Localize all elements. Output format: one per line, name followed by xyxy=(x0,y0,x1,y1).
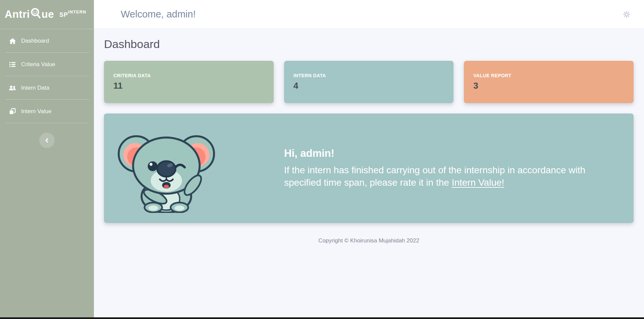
sidebar-item-intern-value[interactable]: Intern Value xyxy=(0,100,94,123)
stat-card-criteria-data: CRITERIA DATA 11 xyxy=(104,61,274,103)
app-window: Antri ue SP INTERN xyxy=(0,0,644,319)
brand-name: Antri ue xyxy=(5,7,54,22)
brand-logo[interactable]: Antri ue SP INTERN xyxy=(0,0,94,29)
home-icon xyxy=(9,37,16,45)
list-icon xyxy=(9,61,16,68)
sidebar-collapse-button[interactable] xyxy=(39,133,55,148)
sidebar-item-label: Dashboard xyxy=(21,38,49,44)
magnifier-smiley-icon xyxy=(31,7,41,22)
settings-button[interactable] xyxy=(621,9,632,20)
sidebar-item-intern-data[interactable]: Intern Data xyxy=(0,76,94,100)
sidebar-item-criteria-value[interactable]: Criteria Value xyxy=(0,53,94,76)
greeting-text-block: Hi, admin! If the intern has finished ca… xyxy=(284,147,623,189)
page-title: Dashboard xyxy=(104,38,634,51)
users-icon xyxy=(9,84,16,92)
welcome-text: Welcome, admin! xyxy=(121,9,196,20)
stat-card-value: 3 xyxy=(473,81,634,91)
brand-subtitle: SP INTERN xyxy=(59,11,86,18)
greeting-message-text: If the intern has finished carrying out … xyxy=(284,165,585,188)
stat-cards: CRITERIA DATA 11 INTERN DATA 4 VALUE REP… xyxy=(104,61,634,103)
stat-card-intern-data: INTERN DATA 4 xyxy=(284,61,454,103)
sidebar: Antri ue SP INTERN xyxy=(0,0,94,319)
sidebar-item-label: Intern Value xyxy=(21,108,51,115)
window-bottom-edge xyxy=(0,317,644,319)
gear-icon xyxy=(623,10,631,18)
greeting-panel: Hi, admin! If the intern has finished ca… xyxy=(104,113,634,223)
page-content: Dashboard CRITERIA DATA 11 INTERN DATA 4… xyxy=(94,29,644,319)
greeting-message: If the intern has finished carrying out … xyxy=(284,164,623,189)
stat-card-value: 11 xyxy=(113,81,274,91)
sidebar-nav: Dashboard Criteria Value xyxy=(0,29,94,123)
footer-copyright: Copyright © Khoirunisa Mujahidah 2022 xyxy=(104,237,634,244)
clone-icon xyxy=(9,108,16,115)
greeting-title: Hi, admin! xyxy=(284,147,623,160)
intern-value-link[interactable]: Intern Value! xyxy=(452,177,504,188)
koala-illustration xyxy=(117,124,215,213)
topbar: Welcome, admin! xyxy=(94,0,644,29)
stat-card-value: 4 xyxy=(293,81,454,91)
stat-card-label: VALUE REPORT xyxy=(473,73,634,78)
sidebar-item-label: Criteria Value xyxy=(21,61,55,68)
stat-card-value-report: VALUE REPORT 3 xyxy=(464,61,634,103)
stat-card-label: INTERN DATA xyxy=(293,73,454,78)
sidebar-item-label: Intern Data xyxy=(21,85,49,91)
stat-card-label: CRITERIA DATA xyxy=(113,73,274,78)
chevron-left-icon xyxy=(44,137,50,143)
main-area: Welcome, admin! xyxy=(94,0,644,319)
sidebar-item-dashboard[interactable]: Dashboard xyxy=(0,29,94,53)
